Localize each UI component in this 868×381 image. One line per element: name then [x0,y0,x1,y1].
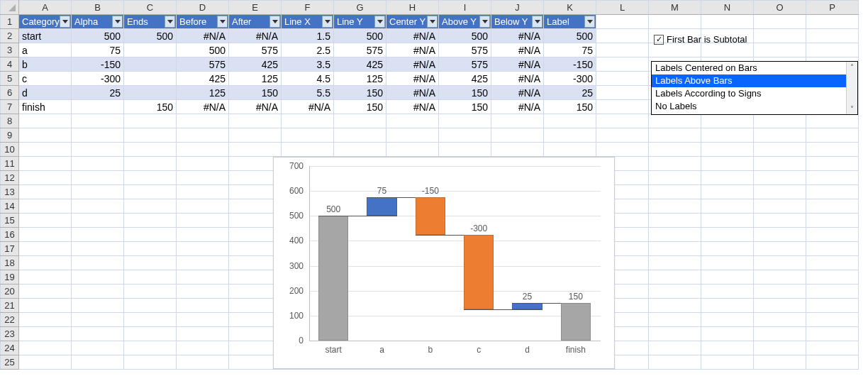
cell[interactable]: b [19,57,72,72]
cell[interactable] [177,185,229,199]
cell[interactable] [177,270,229,285]
cell[interactable] [649,15,701,29]
table-header-cell[interactable]: After [229,15,282,29]
cell[interactable] [649,355,701,370]
row-header[interactable]: 4 [1,57,19,72]
cell[interactable] [19,228,72,242]
cell[interactable]: 500 [439,29,491,43]
cell[interactable] [806,29,859,43]
row-header[interactable]: 21 [1,299,19,313]
cell[interactable] [491,128,544,143]
cell[interactable] [386,143,439,157]
cell[interactable] [124,157,177,171]
cell[interactable] [649,228,701,242]
cell[interactable] [649,199,701,214]
cell[interactable] [649,157,701,171]
column-header[interactable]: F [282,1,334,15]
row-header[interactable]: 5 [1,72,19,86]
row-header[interactable]: 22 [1,313,19,327]
table-header-cell[interactable]: Alpha [72,15,124,29]
row-header[interactable]: 12 [1,171,19,185]
column-header[interactable]: P [806,1,859,15]
cell[interactable] [544,143,596,157]
cell[interactable] [72,199,124,214]
cell[interactable] [596,143,649,157]
filter-dropdown-icon[interactable] [532,16,542,28]
cell[interactable] [386,114,439,128]
column-header[interactable]: H [386,1,439,15]
cell[interactable] [596,43,649,57]
table-header-cell[interactable]: Label [544,15,596,29]
listbox-item[interactable]: Labels According to Signs [652,87,846,100]
cell[interactable] [806,214,859,228]
cell[interactable] [701,15,754,29]
cell[interactable] [72,341,124,355]
cell[interactable] [124,171,177,185]
row-header[interactable]: 3 [1,43,19,57]
cell[interactable]: 150 [229,86,282,100]
cell[interactable]: 150 [544,100,596,114]
table-header-cell[interactable]: Before [177,15,229,29]
cell[interactable]: #N/A [386,72,439,86]
row-header[interactable]: 15 [1,214,19,228]
column-header[interactable]: G [334,1,386,15]
cell[interactable] [596,114,649,128]
cell[interactable] [701,185,754,199]
cell[interactable] [229,143,282,157]
cell[interactable] [19,242,72,256]
row-header[interactable]: 19 [1,270,19,285]
cell[interactable] [806,355,859,370]
cell[interactable] [334,114,386,128]
cell[interactable]: #N/A [491,86,544,100]
column-header[interactable]: I [439,1,491,15]
cell[interactable]: 575 [229,43,282,57]
cell[interactable] [754,313,806,327]
cell[interactable] [334,128,386,143]
cell[interactable] [701,171,754,185]
first-bar-subtotal-checkbox[interactable]: ✓ First Bar is Subtotal [654,34,747,45]
cell[interactable] [334,143,386,157]
cell[interactable] [701,313,754,327]
cell[interactable]: finish [19,100,72,114]
cell[interactable] [124,114,177,128]
cell[interactable] [649,341,701,355]
cell[interactable] [72,327,124,341]
cell[interactable]: -300 [72,72,124,86]
cell[interactable] [754,242,806,256]
row-header[interactable]: 17 [1,242,19,256]
cell[interactable] [754,199,806,214]
row-header[interactable]: 14 [1,199,19,214]
row-header[interactable]: 1 [1,15,19,29]
cell[interactable] [701,43,754,57]
cell[interactable] [124,242,177,256]
cell[interactable] [754,43,806,57]
cell[interactable] [72,242,124,256]
cell[interactable] [806,157,859,171]
cell[interactable]: #N/A [229,100,282,114]
cell[interactable]: #N/A [386,43,439,57]
column-header[interactable]: C [124,1,177,15]
cell[interactable] [701,143,754,157]
cell[interactable]: 425 [439,72,491,86]
cell[interactable]: #N/A [491,57,544,72]
cell[interactable] [124,270,177,285]
cell[interactable] [229,128,282,143]
filter-dropdown-icon[interactable] [374,16,385,28]
cell[interactable] [701,341,754,355]
cell[interactable]: #N/A [386,100,439,114]
cell[interactable] [754,214,806,228]
cell[interactable] [124,299,177,313]
cell[interactable]: 150 [124,100,177,114]
cell[interactable] [72,214,124,228]
row-header[interactable]: 25 [1,355,19,370]
cell[interactable]: 75 [72,43,124,57]
row-header[interactable]: 13 [1,185,19,199]
cell[interactable] [701,242,754,256]
cell[interactable]: 425 [229,57,282,72]
cell[interactable] [596,100,649,114]
cell[interactable] [649,270,701,285]
cell[interactable] [754,285,806,299]
cell[interactable]: start [19,29,72,43]
cell[interactable] [754,256,806,270]
cell[interactable] [806,285,859,299]
